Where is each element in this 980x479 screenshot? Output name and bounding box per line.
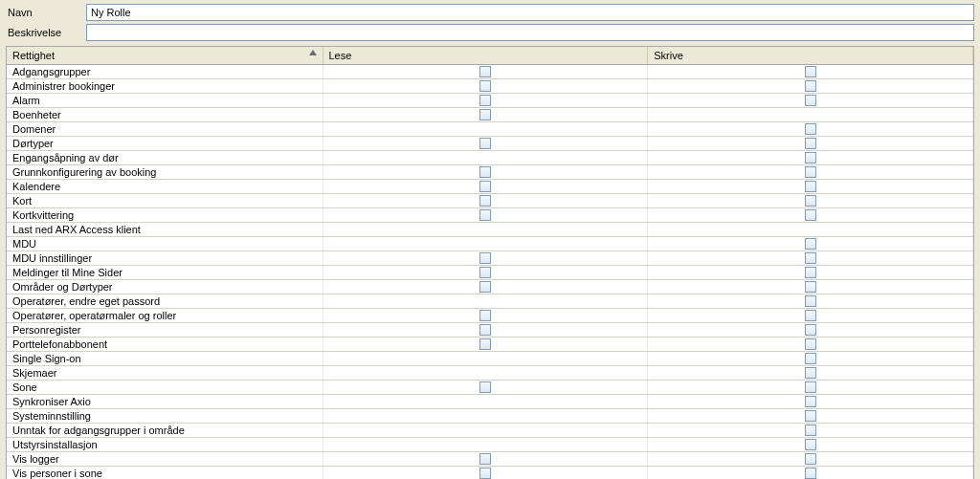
table-row: Boenheter: [7, 107, 973, 121]
skrive-checkbox[interactable]: [805, 425, 816, 436]
skrive-checkbox[interactable]: [805, 80, 816, 92]
lese-checkbox[interactable]: [479, 252, 491, 264]
lese-checkbox[interactable]: [479, 453, 491, 465]
permission-name-cell: Grunnkonfigurering av booking: [7, 164, 323, 179]
table-row: Single Sign-on: [7, 351, 973, 365]
lese-checkbox[interactable]: [479, 109, 491, 120]
skrive-checkbox[interactable]: [805, 324, 816, 336]
col-header-rettighet[interactable]: Rettighet: [7, 47, 323, 64]
lese-cell: [323, 437, 648, 451]
lese-checkbox[interactable]: [479, 138, 491, 149]
skrive-checkbox[interactable]: [805, 396, 816, 407]
lese-cell: [323, 121, 648, 136]
permission-name-cell: Operatører, endre eget passord: [7, 294, 323, 308]
skrive-checkbox[interactable]: [805, 209, 816, 221]
table-row: Kort: [7, 193, 973, 207]
lese-checkbox[interactable]: [479, 181, 491, 192]
lese-checkbox[interactable]: [479, 209, 491, 221]
skrive-cell: [648, 394, 973, 408]
lese-checkbox[interactable]: [479, 95, 491, 106]
lese-checkbox[interactable]: [479, 80, 491, 92]
permission-name-cell: Alarm: [7, 93, 323, 107]
lese-cell: [323, 236, 648, 250]
lese-cell: [323, 222, 648, 236]
permission-name-cell: Adgangsgrupper: [7, 64, 323, 78]
skrive-checkbox[interactable]: [805, 381, 816, 393]
lese-checkbox[interactable]: [479, 281, 491, 293]
skrive-cell: [648, 193, 973, 207]
skrive-checkbox[interactable]: [805, 310, 816, 321]
skrive-cell: [648, 250, 973, 265]
name-input[interactable]: [86, 4, 974, 21]
skrive-cell: [648, 265, 973, 279]
lese-cell: [323, 107, 648, 121]
lese-checkbox[interactable]: [479, 166, 491, 178]
skrive-cell: [648, 107, 973, 121]
table-row: Kortkvittering: [7, 207, 973, 222]
table-row: Systeminnstilling: [7, 408, 973, 423]
table-row: Domener: [7, 121, 973, 136]
lese-checkbox[interactable]: [479, 468, 491, 479]
skrive-checkbox[interactable]: [805, 66, 816, 77]
table-row: Last ned ARX Access klient: [7, 222, 973, 236]
skrive-checkbox[interactable]: [805, 195, 816, 207]
permission-name-cell: Engangsåpning av dør: [7, 150, 323, 164]
lese-checkbox[interactable]: [479, 267, 491, 278]
table-row: MDU innstillinger: [7, 250, 973, 265]
lese-checkbox[interactable]: [479, 338, 491, 350]
skrive-cell: [648, 322, 973, 337]
skrive-checkbox[interactable]: [805, 252, 816, 264]
skrive-checkbox[interactable]: [805, 338, 816, 350]
permission-name-cell: Kort: [7, 193, 323, 207]
skrive-checkbox[interactable]: [805, 410, 816, 422]
table-row: Skjemaer: [7, 365, 973, 380]
desc-label: Beskrivelse: [6, 27, 86, 38]
skrive-checkbox[interactable]: [805, 166, 816, 178]
skrive-cell: [648, 279, 973, 294]
col-header-lese[interactable]: Lese: [323, 47, 648, 64]
lese-checkbox[interactable]: [479, 66, 491, 77]
lese-cell: [323, 250, 648, 265]
skrive-checkbox[interactable]: [805, 453, 816, 465]
skrive-checkbox[interactable]: [805, 123, 816, 135]
table-row: Personregister: [7, 322, 973, 337]
table-row: Operatører, endre eget passord: [7, 294, 973, 308]
table-row: Engangsåpning av dør: [7, 150, 973, 164]
lese-checkbox[interactable]: [479, 324, 491, 336]
skrive-checkbox[interactable]: [805, 367, 816, 379]
skrive-checkbox[interactable]: [805, 267, 816, 278]
skrive-checkbox[interactable]: [805, 295, 816, 307]
lese-cell: [323, 337, 648, 351]
table-row: Områder og Dørtyper: [7, 279, 973, 294]
skrive-checkbox[interactable]: [805, 152, 816, 163]
table-row: Administrer bookinger: [7, 78, 973, 93]
skrive-checkbox[interactable]: [805, 439, 816, 450]
lese-cell: [323, 150, 648, 164]
skrive-checkbox[interactable]: [805, 468, 816, 479]
skrive-checkbox[interactable]: [805, 95, 816, 106]
lese-cell: [323, 394, 648, 408]
permission-name-cell: Boenheter: [7, 107, 323, 121]
skrive-checkbox[interactable]: [805, 353, 816, 364]
skrive-cell: [648, 179, 973, 193]
lese-checkbox[interactable]: [479, 310, 491, 321]
permission-name-cell: MDU: [7, 236, 323, 250]
permission-name-cell: Domener: [7, 121, 323, 136]
table-row: Unntak for adgangsgrupper i område: [7, 423, 973, 437]
skrive-cell: [648, 93, 973, 107]
lese-checkbox[interactable]: [479, 195, 491, 207]
permissions-table-wrap: Rettighet Lese Skrive AdgangsgrupperAdmi…: [6, 46, 974, 479]
col-header-skrive-label: Skrive: [654, 50, 683, 61]
desc-input[interactable]: [86, 24, 974, 41]
skrive-checkbox[interactable]: [805, 181, 816, 192]
permission-name-cell: Unntak for adgangsgrupper i område: [7, 423, 323, 437]
skrive-checkbox[interactable]: [805, 138, 816, 149]
skrive-checkbox[interactable]: [805, 238, 816, 250]
skrive-cell: [648, 466, 973, 479]
table-row: Utstyrsinstallasjon: [7, 437, 973, 451]
col-header-skrive[interactable]: Skrive: [648, 47, 973, 64]
lese-checkbox[interactable]: [479, 381, 491, 393]
lese-cell: [323, 64, 648, 78]
table-row: Dørtyper: [7, 136, 973, 150]
skrive-checkbox[interactable]: [805, 281, 816, 293]
